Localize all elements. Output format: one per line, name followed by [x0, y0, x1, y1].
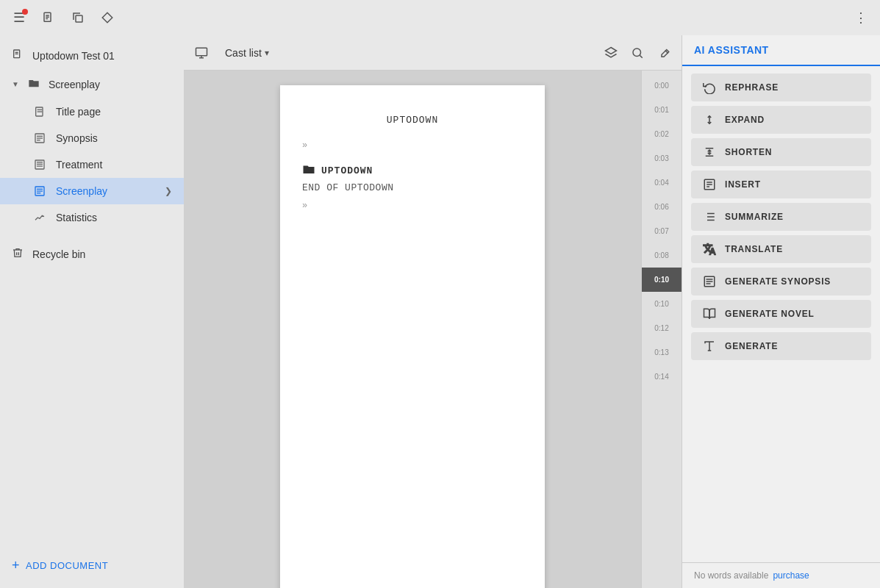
timeline-marker-9: 0:10	[642, 292, 682, 316]
search-icon[interactable]	[626, 41, 649, 65]
sidebar-item-project[interactable]: Uptodown Test 01	[0, 41, 184, 70]
editor-toolbar: Cast list ▾	[184, 35, 682, 71]
editor-area: UPTODOWN » UPTODOWN END OF UPTODOWN »	[184, 71, 682, 588]
shorten-button[interactable]: SHORTEN	[691, 138, 871, 166]
expand-button[interactable]: EXPAND	[691, 106, 871, 134]
menu-icon[interactable]: ☰	[6, 4, 32, 31]
expand-label: EXPAND	[725, 115, 765, 125]
translate-button[interactable]: TRANSLATE	[691, 235, 871, 263]
scene-folder-icon	[302, 162, 315, 179]
timeline-marker-1: 0:01	[642, 98, 682, 122]
top-toolbar: ☰ ⋮	[0, 0, 880, 35]
sidebar-sub-items: Title page Synopsis	[0, 98, 184, 231]
svg-marker-27	[606, 47, 617, 54]
timeline-marker-2: 0:02	[642, 122, 682, 146]
translate-icon	[701, 243, 718, 256]
page-chevron-bottom: »	[302, 201, 523, 211]
synopsis-label: Synopsis	[56, 132, 98, 144]
cast-list-label: Cast list	[225, 47, 262, 59]
ai-buttons-container: REPHRASE EXPAND	[682, 66, 880, 562]
sidebar-item-title-page[interactable]: Title page	[0, 98, 184, 125]
generate-novel-icon	[701, 307, 718, 320]
synopsis-icon	[32, 132, 47, 144]
screenplay-icon	[32, 185, 47, 197]
editor-toolbar-right	[599, 41, 676, 65]
sidebar-item-recycle-bin[interactable]: Recycle bin	[0, 240, 184, 268]
screenplay-label: Screenplay	[56, 185, 156, 197]
timeline-marker-8-highlighted: 0:10	[642, 268, 682, 292]
generate-synopsis-icon	[701, 275, 718, 288]
statistics-icon	[32, 212, 47, 223]
ai-panel-title: AI ASSISTANT	[694, 44, 769, 56]
ai-panel-footer: No words available purchase	[682, 562, 880, 588]
svg-marker-5	[102, 12, 112, 23]
ai-panel: AI ASSISTANT REPHRASE	[682, 35, 880, 588]
cast-list-selector[interactable]: Cast list ▾	[219, 44, 275, 62]
more-options-icon[interactable]: ⋮	[848, 4, 874, 31]
document-icon	[12, 49, 24, 62]
timeline-marker-0: 0:00	[642, 74, 682, 98]
sidebar-item-treatment[interactable]: Treatment	[0, 151, 184, 178]
timeline-marker-11: 0:13	[642, 340, 682, 365]
svg-point-28	[633, 49, 641, 57]
recycle-bin-icon	[12, 247, 24, 261]
generate-synopsis-label: GENERATE SYNOPSIS	[725, 276, 831, 287]
center-panel: Cast list ▾	[184, 35, 682, 588]
sidebar-item-screenplay-parent[interactable]: ▼ Screenplay	[0, 70, 184, 98]
generate-novel-button[interactable]: GENERATE NOVEL	[691, 300, 871, 328]
timeline-marker-5: 0:06	[642, 195, 682, 219]
summarize-icon	[701, 210, 718, 223]
translate-label: TRANSLATE	[725, 244, 783, 254]
generate-novel-label: GENERATE NOVEL	[725, 309, 815, 319]
shorten-label: SHORTEN	[725, 147, 772, 157]
sidebar-item-statistics[interactable]: Statistics	[0, 204, 184, 231]
summarize-button[interactable]: SUMMARIZE	[691, 203, 871, 231]
summarize-label: SUMMARIZE	[725, 212, 784, 222]
timeline-marker-4: 0:04	[642, 171, 682, 195]
main-content: Uptodown Test 01 ▼ Screenplay	[0, 35, 880, 588]
layers-icon[interactable]	[599, 41, 623, 65]
action-text: END OF UPTODOWN	[302, 182, 523, 193]
svg-rect-24	[196, 48, 207, 56]
insert-button[interactable]: INSERT	[691, 171, 871, 198]
purchase-link[interactable]: purchase	[773, 570, 809, 581]
scene-heading: UPTODOWN	[302, 162, 523, 179]
document-icon[interactable]	[35, 4, 62, 31]
diamond-icon[interactable]	[94, 4, 121, 31]
title-page-icon	[32, 106, 47, 118]
screenplay-page[interactable]: UPTODOWN » UPTODOWN END OF UPTODOWN »	[184, 71, 641, 588]
chevron-right-icon: ❯	[165, 186, 172, 196]
sidebar-bottom: + ADD DOCUMENT	[0, 549, 184, 582]
generate-synopsis-button[interactable]: GENERATE SYNOPSIS	[691, 268, 871, 295]
rephrase-label: REPHRASE	[725, 82, 779, 93]
expand-icon	[701, 113, 718, 126]
treatment-label: Treatment	[56, 159, 102, 171]
monitor-icon[interactable]	[190, 41, 213, 65]
add-document-button[interactable]: + ADD DOCUMENT	[12, 558, 172, 573]
scene-heading-text: UPTODOWN	[321, 165, 373, 176]
svg-rect-4	[76, 15, 82, 22]
sidebar-item-screenplay[interactable]: Screenplay ❯	[0, 178, 184, 204]
generate-label: GENERATE	[725, 341, 778, 351]
document-title: UPTODOWN	[302, 115, 523, 126]
page-chevron-top: »	[302, 140, 523, 151]
pen-icon[interactable]	[652, 41, 676, 65]
shorten-icon	[701, 146, 718, 159]
generate-button[interactable]: GENERATE	[691, 332, 871, 360]
rephrase-button[interactable]: REPHRASE	[691, 74, 871, 101]
timeline: 0:00 0:01 0:02 0:03 0:04 0:06 0:07 0:08 …	[641, 71, 682, 588]
expand-arrow-icon: ▼	[12, 80, 19, 88]
sidebar: Uptodown Test 01 ▼ Screenplay	[0, 35, 184, 588]
timeline-marker-3: 0:03	[642, 146, 682, 171]
clone-icon[interactable]	[65, 4, 91, 31]
statistics-label: Statistics	[56, 212, 97, 223]
project-label: Uptodown Test 01	[32, 50, 172, 62]
insert-label: INSERT	[725, 179, 761, 190]
notification-dot	[22, 9, 28, 15]
plus-icon: +	[12, 558, 20, 573]
sidebar-item-synopsis[interactable]: Synopsis	[0, 125, 184, 151]
screenplay-parent-label: Screenplay	[49, 79, 172, 90]
recycle-bin-label: Recycle bin	[32, 248, 85, 260]
page-document: UPTODOWN » UPTODOWN END OF UPTODOWN »	[280, 85, 545, 588]
ai-panel-header: AI ASSISTANT	[682, 35, 880, 66]
